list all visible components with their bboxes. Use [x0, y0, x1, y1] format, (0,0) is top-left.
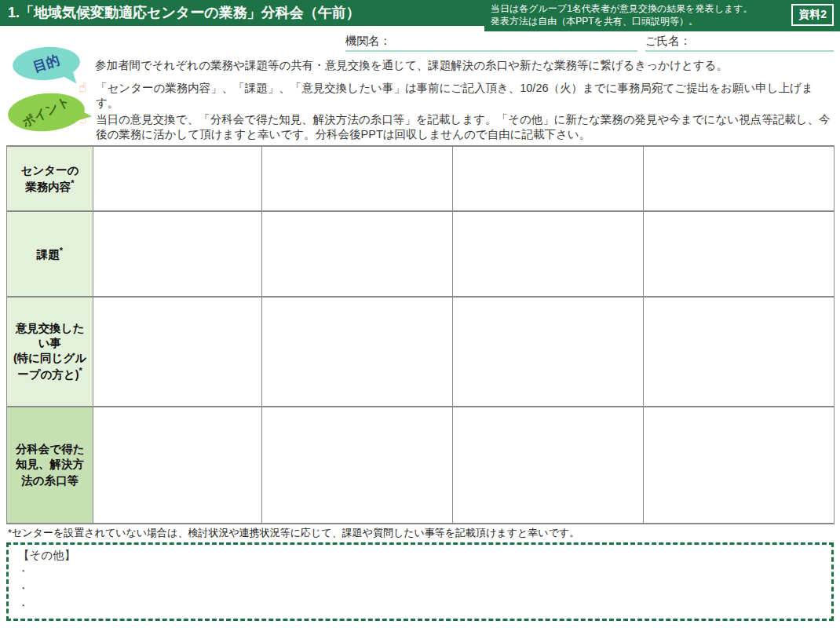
table-input-cell[interactable]	[93, 407, 262, 524]
table-input-cell[interactable]	[644, 146, 835, 211]
point-item-text: 当日の意見交換で、「分科会で得た知見、解決方法の糸口等」を記載します。「その他」…	[96, 113, 830, 141]
other-box[interactable]: 【その他】 ・ ・ ・	[6, 542, 834, 621]
table-input-cell[interactable]	[93, 146, 262, 211]
purpose-badge: 目的	[12, 45, 82, 82]
pointing-finger-icon: ☝	[79, 81, 86, 95]
purpose-text: 参加者間でそれぞれの業務や課題等の共有・意見交換を通じて、課題解決の糸口や新たな…	[95, 58, 833, 73]
table-input-cell[interactable]	[644, 211, 835, 297]
table-row: 意見交換したい事 (特に同じグループの方と)*	[7, 297, 835, 407]
name-label: ご氏名：	[645, 34, 691, 50]
organization-field: 機関名：	[345, 33, 637, 52]
organization-label: 機関名：	[345, 34, 391, 50]
table-input-cell[interactable]	[453, 297, 644, 407]
table-row: 課題*	[7, 211, 835, 297]
table-input-cell[interactable]	[93, 297, 262, 407]
point-item: ☝ 「センターの業務内容」、「課題」、「意見交換したい事」は事前にご記入頂き、1…	[79, 81, 834, 110]
worksheet-table: センターの 業務内容* 課題* 意見交換したい事 (特に同じグループの方と)* …	[6, 145, 835, 524]
name-fields-row: 機関名： ご氏名：	[345, 33, 834, 52]
table-input-cell[interactable]	[262, 407, 453, 524]
page-title: 1.「地域気候変動適応センターの業務」分科会（午前）	[8, 0, 360, 26]
row-header-exchange-topics: 意見交換したい事 (特に同じグループの方と)*	[7, 297, 93, 407]
table-input-cell[interactable]	[453, 146, 644, 211]
row-header-issues: 課題*	[7, 211, 93, 297]
table-input-cell[interactable]	[453, 407, 644, 524]
presentation-note-line1: 当日は各グループ1名代表者が意見交換の結果を発表します。	[491, 2, 791, 15]
point-item: ☝ 当日の意見交換で、「分科会で得た知見、解決方法の糸口等」を記載します。「その…	[79, 112, 834, 141]
name-input[interactable]	[691, 33, 834, 50]
table-input-cell[interactable]	[644, 297, 835, 407]
name-field: ご氏名：	[645, 33, 834, 52]
presentation-note-line2: 発表方法は自由（本PPTを共有、口頭説明等）。	[491, 15, 791, 27]
table-row: センターの 業務内容*	[7, 146, 835, 211]
asterisk: *	[79, 366, 82, 375]
footnote: *センターを設置されていない場合は、検討状況や連携状況等に応じて、課題や質問した…	[8, 526, 832, 540]
asterisk: *	[60, 246, 63, 255]
header-note-panel: 当日は各グループ1名代表者が意見交換の結果を発表します。 発表方法は自由（本PP…	[484, 0, 840, 31]
points-badge: ポイント	[6, 90, 86, 134]
organization-input[interactable]	[391, 33, 637, 50]
other-box-bullet[interactable]: ・	[18, 597, 822, 615]
table-input-cell[interactable]	[262, 211, 453, 297]
table-row: 分科会で得た知見、解決方法の糸口等	[7, 407, 835, 524]
table-input-cell[interactable]	[262, 146, 453, 211]
other-box-bullet[interactable]: ・	[18, 580, 822, 597]
purpose-badge-label: 目的	[31, 51, 61, 76]
other-box-bullet[interactable]: ・	[18, 563, 822, 580]
table-input-cell[interactable]	[93, 211, 262, 297]
points-badge-label: ポイント	[20, 93, 73, 131]
table-input-cell[interactable]	[262, 297, 453, 407]
other-box-title: 【その他】	[18, 548, 822, 563]
asterisk: *	[71, 178, 74, 188]
table-input-cell[interactable]	[644, 407, 835, 524]
presentation-note: 当日は各グループ1名代表者が意見交換の結果を発表します。 発表方法は自由（本PP…	[491, 2, 791, 27]
row-header-center-duties: センターの 業務内容*	[7, 146, 93, 211]
points-list: ☝ 「センターの業務内容」、「課題」、「意見交換したい事」は事前にご記入頂き、1…	[79, 81, 834, 144]
material-badge: 資料2	[791, 4, 834, 26]
point-item-text: 「センターの業務内容」、「課題」、「意見交換したい事」は事前にご記入頂き、10/…	[96, 82, 813, 109]
row-header-session-insights: 分科会で得た知見、解決方法の糸口等	[7, 407, 93, 524]
pointing-finger-icon: ☝	[79, 112, 86, 126]
table-input-cell[interactable]	[453, 211, 644, 297]
